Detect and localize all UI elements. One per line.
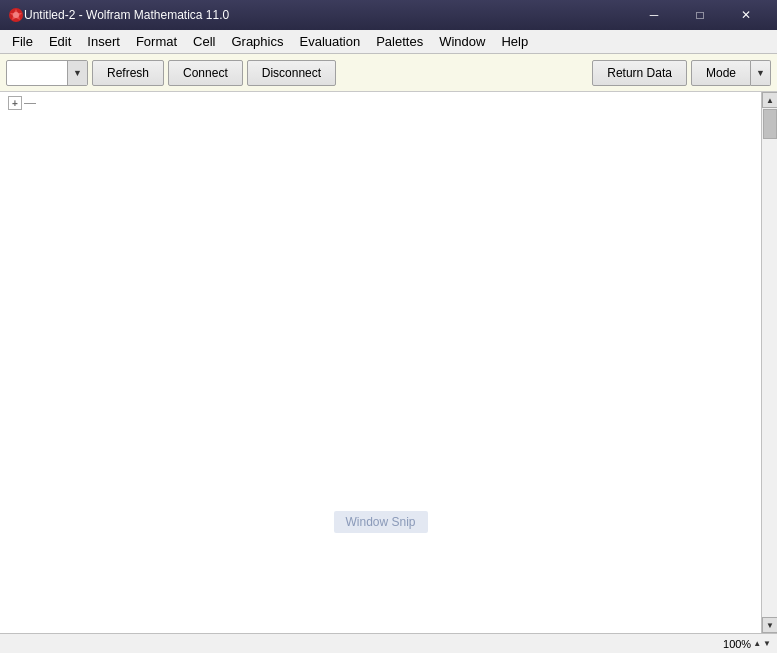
mode-group: Mode ▼ [691,60,771,86]
add-cell-button[interactable]: + [8,96,22,110]
title-bar: Untitled-2 - Wolfram Mathematica 11.0 ─ … [0,0,777,30]
dropdown-arrow-icon[interactable]: ▼ [67,60,87,86]
menu-palettes[interactable]: Palettes [368,32,431,51]
menu-window[interactable]: Window [431,32,493,51]
maximize-button[interactable]: □ [677,0,723,30]
close-button[interactable]: ✕ [723,0,769,30]
minimize-button[interactable]: ─ [631,0,677,30]
cell-bracket: + — [8,96,36,110]
toolbar-dropdown[interactable]: ▼ [6,60,88,86]
zoom-level: 100% [723,638,751,650]
menu-insert[interactable]: Insert [79,32,128,51]
menu-bar: File Edit Insert Format Cell Graphics Ev… [0,30,777,54]
zoom-down-icon[interactable]: ▼ [763,639,771,648]
disconnect-button[interactable]: Disconnect [247,60,336,86]
document-area[interactable]: + — Window Snip [0,92,761,633]
svg-point-1 [13,12,19,18]
toolbar: ▼ Refresh Connect Disconnect Return Data… [0,54,777,92]
cell-dash: — [24,96,36,110]
menu-help[interactable]: Help [493,32,536,51]
scroll-up-button[interactable]: ▲ [762,92,777,108]
mode-button[interactable]: Mode [691,60,751,86]
window-controls: ─ □ ✕ [631,0,769,30]
scroll-track [762,108,777,617]
vertical-scrollbar[interactable]: ▲ ▼ [761,92,777,633]
connect-button[interactable]: Connect [168,60,243,86]
menu-evaluation[interactable]: Evaluation [291,32,368,51]
app-icon [8,7,24,23]
return-data-button[interactable]: Return Data [592,60,687,86]
main-area: + — Window Snip ▲ ▼ [0,92,777,633]
menu-file[interactable]: File [4,32,41,51]
status-bar: 100% ▲ ▼ [0,633,777,653]
mode-arrow-icon[interactable]: ▼ [751,60,771,86]
menu-edit[interactable]: Edit [41,32,79,51]
window-snip-label: Window Snip [333,511,427,533]
document-content: + — Window Snip [0,92,761,633]
window-title: Untitled-2 - Wolfram Mathematica 11.0 [24,8,631,22]
zoom-up-icon[interactable]: ▲ [753,639,761,648]
menu-cell[interactable]: Cell [185,32,223,51]
menu-graphics[interactable]: Graphics [223,32,291,51]
zoom-control: 100% ▲ ▼ [723,638,771,650]
scroll-thumb[interactable] [763,109,777,139]
scroll-down-button[interactable]: ▼ [762,617,777,633]
menu-format[interactable]: Format [128,32,185,51]
refresh-button[interactable]: Refresh [92,60,164,86]
